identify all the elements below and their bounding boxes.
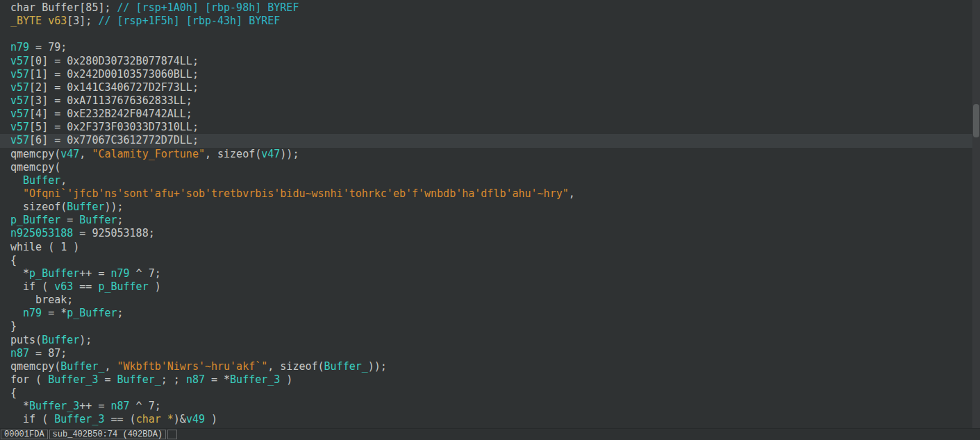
- code-line[interactable]: for ( Buffer_3 = Buffer_; ; n87 = *Buffe…: [0, 373, 980, 387]
- code-token-plain: [6] = 0x77067C3612772D7DLL;: [29, 134, 199, 146]
- code-line[interactable]: [0, 28, 980, 41]
- code-token-variable: v57: [10, 81, 29, 94]
- code-token-plain: char Buffer[85];: [10, 1, 117, 14]
- code-token-plain: = 87;: [29, 347, 67, 359]
- code-token-plain: [1] = 0x242D00103573060BLL;: [29, 68, 199, 81]
- code-token-plain: =: [98, 373, 117, 386]
- pseudocode-view[interactable]: char Buffer[85]; // [rsp+1A0h] [rbp-98h]…: [0, 0, 980, 428]
- code-token-variable: n79: [23, 307, 42, 319]
- code-token-plain: qmemcpy(: [10, 360, 60, 373]
- code-token-plain: )&: [174, 413, 186, 425]
- code-token-plain: [3] = 0xA71137676362833LL;: [29, 94, 192, 107]
- code-line[interactable]: {: [0, 387, 980, 400]
- code-token-plain: ^ 7;: [130, 267, 161, 280]
- code-token-variable: Buffer_: [60, 360, 104, 373]
- code-token-comment: // [rsp+1F5h] [rbp-43h] BYREF: [98, 15, 280, 27]
- code-line[interactable]: qmemcpy(Buffer_, "Wkbftb'Niwrs'~hru'akf`…: [0, 360, 980, 373]
- code-token-plain: = *: [205, 373, 230, 386]
- code-token-plain: ): [280, 373, 292, 386]
- code-token-variable: p_Buffer: [10, 214, 60, 226]
- code-line[interactable]: {: [0, 254, 980, 267]
- code-token-plain: qmemcpy(: [10, 148, 60, 160]
- code-token-variable: Buffer_: [324, 360, 368, 373]
- code-token-variable: Buffer_3: [29, 400, 79, 412]
- code-token-plain: ,: [79, 148, 92, 160]
- code-token-plain: {: [10, 387, 17, 399]
- code-token-variable: v57: [10, 55, 29, 67]
- code-line[interactable]: }: [0, 320, 980, 333]
- code-line[interactable]: break;: [0, 294, 980, 307]
- code-token-plain: [0] = 0x280D30732B077874LL;: [29, 55, 199, 67]
- code-line[interactable]: v57[2] = 0x141C3406727D2F73LL;: [0, 81, 980, 94]
- code-token-plain: ));: [104, 201, 123, 213]
- code-line[interactable]: qmemcpy(: [0, 161, 980, 174]
- code-line[interactable]: sizeof(Buffer));: [0, 201, 980, 214]
- code-line[interactable]: if ( v63 == p_Buffer ): [0, 280, 980, 294]
- code-token-type-keyword: _BYTE v63: [10, 15, 67, 27]
- status-empty-cell: [167, 430, 177, 439]
- code-token-plain: =: [60, 214, 79, 226]
- code-line[interactable]: n925053188 = 925053188;: [0, 227, 980, 240]
- code-token-plain: ): [149, 280, 161, 293]
- code-token-variable: Buffer_3: [54, 413, 104, 425]
- code-line[interactable]: qmemcpy(v47, "Calamity_Fortune", sizeof(…: [0, 148, 980, 161]
- code-token-plain: *: [10, 400, 29, 412]
- status-bar: 00001FDA sub_402B50:74 (402BDA): [0, 428, 980, 440]
- vertical-scrollbar[interactable]: [972, 0, 980, 428]
- code-token-variable: v47: [261, 148, 280, 160]
- code-token-plain: );: [79, 334, 92, 346]
- code-token-plain: ==: [73, 280, 98, 293]
- code-token-type-keyword: char *: [136, 413, 174, 425]
- code-line[interactable]: puts(Buffer);: [0, 334, 980, 347]
- code-line[interactable]: *p_Buffer++ = n79 ^ 7;: [0, 267, 980, 280]
- code-line[interactable]: v57[0] = 0x280D30732B077874LL;: [0, 55, 980, 68]
- code-token-plain: [10, 174, 23, 187]
- code-token-plain: if (: [10, 280, 54, 293]
- code-token-plain: ));: [368, 360, 387, 373]
- scrollbar-thumb[interactable]: [973, 104, 979, 137]
- code-token-variable: v57: [10, 94, 29, 107]
- code-line[interactable]: p_Buffer = Buffer;: [0, 214, 980, 227]
- code-token-plain: ++ =: [79, 400, 110, 412]
- code-line[interactable]: n79 = *p_Buffer;: [0, 307, 980, 320]
- status-location: sub_402B50:74 (402BDA): [49, 430, 166, 439]
- code-token-plain: ));: [280, 148, 299, 160]
- code-token-plain: while ( 1 ): [10, 241, 79, 253]
- code-line[interactable]: n79 = 79;: [0, 41, 980, 54]
- code-line[interactable]: v57[6] = 0x77067C3612772D7DLL;: [0, 134, 980, 147]
- code-token-plain: ): [205, 413, 217, 425]
- code-token-variable: p_Buffer: [67, 307, 117, 319]
- code-line[interactable]: "Ofqni`'jfcb'ns'sont'afu+'sob'tretbvrbis…: [0, 187, 980, 201]
- code-line[interactable]: v57[5] = 0x2F373F03033D7310LL;: [0, 121, 980, 134]
- code-token-variable: n87: [10, 347, 29, 359]
- code-line[interactable]: v57[4] = 0xE232B242F04742ALL;: [0, 108, 980, 121]
- code-line[interactable]: while ( 1 ): [0, 241, 980, 254]
- code-token-variable: n79: [10, 41, 29, 53]
- code-token-plain: break;: [10, 294, 73, 306]
- code-line[interactable]: v57[1] = 0x242D00103573060BLL;: [0, 68, 980, 81]
- code-line[interactable]: if ( Buffer_3 == (char *)&v49 ): [0, 413, 980, 426]
- code-token-variable: p_Buffer: [29, 267, 79, 280]
- code-token-plain: = 925053188;: [73, 227, 154, 239]
- code-line[interactable]: _BYTE v63[3]; // [rsp+1F5h] [rbp-43h] BY…: [0, 15, 980, 28]
- code-token-variable: v57: [10, 134, 29, 146]
- code-line[interactable]: *Buffer_3++ = n87 ^ 7;: [0, 400, 980, 413]
- code-line[interactable]: char Buffer[85]; // [rsp+1A0h] [rbp-98h]…: [0, 1, 980, 15]
- code-token-variable: p_Buffer: [98, 280, 148, 293]
- code-token-string-literal: "Ofqni`'jfcb'ns'sont'afu+'sob'tretbvrbis…: [23, 187, 569, 200]
- code-token-variable: v57: [10, 68, 29, 81]
- code-token-plain: , sizeof(: [267, 360, 324, 373]
- code-token-plain: [10, 307, 23, 319]
- code-token-variable: v63: [54, 280, 73, 293]
- code-token-variable: Buffer: [42, 334, 79, 346]
- code-token-plain: = 79;: [29, 41, 67, 53]
- code-line[interactable]: n87 = 87;: [0, 347, 980, 360]
- code-line[interactable]: v57[3] = 0xA71137676362833LL;: [0, 94, 980, 108]
- code-token-plain: ,: [60, 174, 67, 187]
- code-token-plain: == (: [104, 413, 135, 425]
- decompiler-window: char Buffer[85]; // [rsp+1A0h] [rbp-98h]…: [0, 0, 980, 440]
- code-token-plain: [5] = 0x2F373F03033D7310LL;: [29, 121, 199, 133]
- code-token-variable: v57: [10, 108, 29, 120]
- code-token-plain: ,: [104, 360, 117, 373]
- code-line[interactable]: Buffer,: [0, 174, 980, 187]
